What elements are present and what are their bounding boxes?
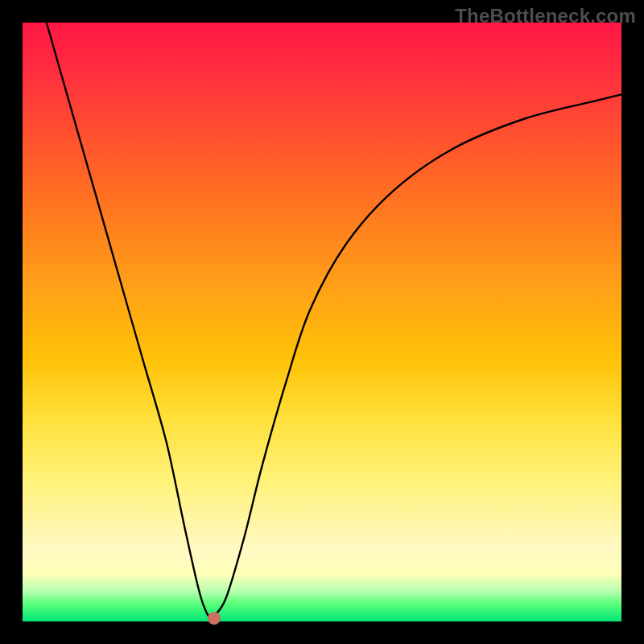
bottleneck-curve	[23, 23, 621, 621]
result-marker-dot	[208, 612, 221, 625]
chart-frame: TheBottleneck.com	[0, 0, 644, 644]
curve-path	[47, 23, 621, 618]
plot-area	[23, 23, 621, 621]
